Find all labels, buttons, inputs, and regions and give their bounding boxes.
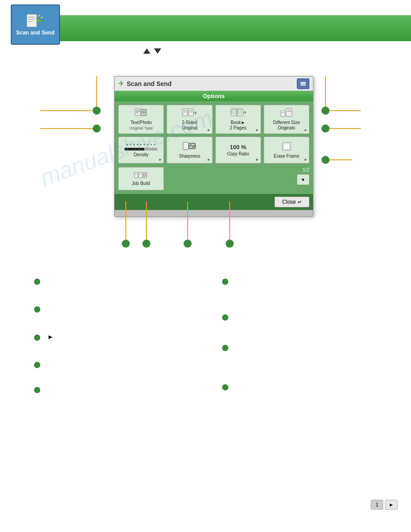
line-1 [40, 110, 93, 111]
book2pages-icon [231, 108, 246, 119]
annotation-item-4 [34, 361, 43, 368]
header: Scan and Send [0, 0, 411, 49]
line-3 [40, 128, 93, 129]
svg-rect-16 [183, 109, 188, 116]
svg-marker-4 [36, 18, 43, 23]
up-arrow-icon[interactable] [143, 48, 150, 54]
sharpness-arrow: ► [207, 158, 211, 162]
erase-frame-arrow: ► [304, 158, 308, 162]
annotation-item-9 [222, 383, 231, 390]
svg-text:· · · · · · · ·: · · · · · · · · [134, 177, 144, 180]
dialog-title-icon: ✈ [118, 79, 124, 88]
svg-rect-8 [300, 83, 306, 84]
scan-send-button[interactable]: Scan and Send [11, 4, 60, 45]
2sided-icon [182, 108, 197, 119]
job-build-label: Job Build [132, 181, 150, 186]
scroll-down-icon: ▼ [301, 177, 305, 182]
down-arrow-icon[interactable] [154, 48, 161, 54]
annotation-item-8 [222, 344, 231, 351]
option-text-photo[interactable]: Text/PhotoOriginal Type [118, 105, 164, 134]
header-green-bar [58, 15, 411, 41]
dialog-title-left: ✈ Scan and Send [118, 79, 171, 88]
vline-4 [229, 202, 230, 241]
svg-rect-9 [300, 85, 306, 86]
book2pages-label: Book►2 Pages [230, 120, 246, 131]
svg-rect-36 [284, 144, 289, 149]
svg-rect-28 [286, 108, 292, 116]
option-erase-frame[interactable]: Erase Frame ► [264, 137, 309, 163]
job-build-icon: · · · · · · · · [134, 172, 148, 181]
line-4 [325, 128, 361, 129]
annotation-dot-5 [321, 156, 330, 164]
options-row2: · · · · · · · · Job Build 1/2 ▼ [115, 167, 313, 194]
dialog-close-icon-btn[interactable] [297, 78, 309, 89]
option-2sided[interactable]: 2-SidedOriginal ► [167, 105, 212, 134]
right-arrow-icon: ► [47, 333, 54, 340]
option-copy-ratio[interactable]: 100 % Copy Ratio ► [215, 137, 261, 163]
svg-rect-26 [238, 110, 242, 114]
page-nav-next[interactable]: ► [385, 500, 398, 510]
2sided-label: 2-SidedOriginal [182, 120, 197, 131]
annotation-item-2 [34, 305, 43, 313]
2sided-arrow: ► [207, 128, 211, 132]
annotation-item-3: ► [34, 333, 55, 341]
close-button[interactable]: Close ↵ [274, 197, 309, 207]
diff-size-label: Different SizeOriginals [273, 120, 300, 131]
svg-rect-32 [183, 142, 188, 150]
option-book2pages[interactable]: Book►2 Pages ► [215, 105, 261, 134]
bullet-6 [222, 279, 228, 285]
density-arrow: ► [158, 158, 162, 162]
bullet-8 [222, 345, 228, 351]
annotation-dot-4 [321, 124, 330, 133]
svg-rect-10 [135, 108, 141, 116]
bullet-1 [34, 279, 40, 285]
page-num-label: 1/2 [303, 167, 309, 172]
annotation-dot-2 [321, 107, 330, 115]
erase-frame-label: Erase Frame [274, 154, 300, 159]
scan-send-dialog: ✈ Scan and Send Options [114, 76, 313, 217]
option-diff-size[interactable]: Different SizeOriginals ► [264, 105, 309, 134]
erase-frame-icon [282, 142, 291, 153]
copy-ratio-value: 100 % [230, 144, 246, 150]
annotation-dot-6 [122, 240, 130, 248]
bullet-5 [34, 387, 40, 393]
density-label: Density [133, 152, 148, 158]
dialog-title-bar: ✈ Scan and Send [115, 77, 313, 91]
svg-rect-15 [142, 111, 146, 113]
copy-ratio-arrow: ► [256, 158, 259, 162]
bullet-3 [34, 335, 40, 341]
options-grid: Text/PhotoOriginal Type 2-SidedOriginal … [115, 101, 313, 167]
bullet-9 [222, 384, 228, 390]
scan-send-icon [26, 13, 44, 28]
diff-size-icon [280, 108, 293, 119]
sharpness-icon [183, 142, 196, 153]
copy-ratio-label: Copy Ratio [227, 151, 249, 157]
diff-size-arrow: ► [304, 128, 308, 132]
svg-rect-25 [232, 110, 235, 114]
bullet-2 [34, 306, 40, 313]
svg-rect-34 [189, 143, 195, 149]
page-nav-current[interactable]: 1 [371, 500, 383, 510]
annotation-item-7 [222, 313, 231, 321]
svg-rect-7 [300, 82, 306, 83]
density-slider [124, 148, 158, 150]
svg-rect-19 [188, 109, 193, 116]
close-btn-icon: ↵ [298, 199, 302, 205]
density-dots: • • • • • • • • • [126, 142, 155, 147]
bullet-4 [34, 362, 40, 368]
dialog-bottom-strip [115, 210, 313, 216]
line-2 [325, 110, 361, 111]
vline-1 [125, 202, 126, 241]
page-next-icon: ► [389, 502, 394, 507]
option-job-build[interactable]: · · · · · · · · Job Build [118, 167, 164, 190]
page-indicator: 1/2 ▼ [297, 167, 309, 185]
annotation-item-1 [34, 278, 43, 285]
option-sharpness[interactable]: Sharpness ► [167, 137, 212, 163]
vline-top-2 [325, 76, 326, 107]
scroll-down-btn[interactable]: ▼ [297, 174, 309, 185]
option-density[interactable]: • • • • • • • • • Density ► [118, 137, 164, 163]
vline-3 [187, 202, 188, 241]
sharpness-label: Sharpness [179, 154, 200, 159]
page-current-label: 1 [376, 502, 378, 507]
close-btn-label: Close [282, 199, 296, 205]
